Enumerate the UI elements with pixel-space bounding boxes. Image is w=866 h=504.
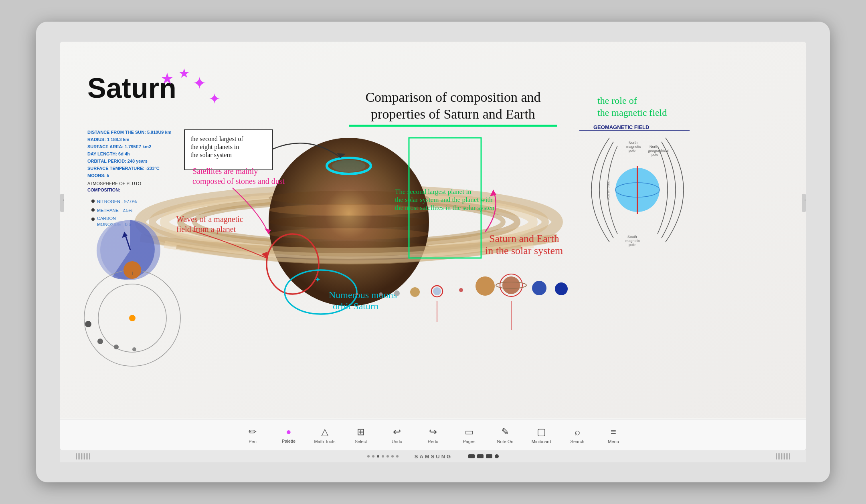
svg-text:Axis of rotation: Axis of rotation: [607, 179, 610, 200]
search-tool[interactable]: ⌕ Search: [559, 421, 595, 449]
svg-text:COMPOSITION:: COMPOSITION:: [87, 187, 120, 192]
bottom-ports: [468, 454, 499, 458]
svg-text:the magnetic field: the magnetic field: [597, 107, 667, 118]
svg-text:-: -: [508, 266, 510, 271]
svg-text:Numerous moons: Numerous moons: [329, 290, 397, 300]
svg-text:✦: ✦: [315, 276, 321, 284]
svg-marker-36: [337, 153, 346, 158]
svg-text:magnetic: magnetic: [625, 239, 640, 243]
svg-text:in the solar system: in the solar system: [485, 245, 563, 256]
svg-rect-114: [802, 194, 806, 212]
svg-text:GEOMAGNETIC FIELD: GEOMAGNETIC FIELD: [593, 124, 649, 130]
svg-text:the most satellites in the sol: the most satellites in the solar system: [395, 204, 496, 212]
bottom-bar: SAMSUNG: [60, 450, 806, 462]
svg-text:Comparison of composition and: Comparison of composition and: [365, 90, 540, 105]
svg-point-99: [356, 293, 358, 295]
redo-tool[interactable]: ↪ Redo: [415, 421, 451, 449]
right-speaker: [776, 453, 790, 460]
menu-label: Menu: [608, 439, 619, 444]
svg-text:the second largest of: the second largest of: [190, 135, 243, 143]
svg-text:★: ★: [160, 70, 174, 87]
svg-text:-: -: [460, 266, 461, 271]
palette-tool[interactable]: ● Palette: [271, 421, 307, 449]
search-label: Search: [571, 439, 585, 444]
svg-text:pole: pole: [652, 153, 658, 157]
canvas-area[interactable]: Saturn ★ ★ ✦ ✦ Comparison of composition…: [60, 42, 806, 419]
miniboard-tool[interactable]: ▢ Miniboard: [523, 421, 559, 449]
note-on-tool[interactable]: ✎ Note On: [487, 421, 523, 449]
nav-dots: [367, 455, 399, 458]
svg-text:SURFACE AREA: 1.795E7 km2: SURFACE AREA: 1.795E7 km2: [87, 144, 151, 149]
svg-text:ORBITAL PERIOD: 248 years: ORBITAL PERIOD: 248 years: [87, 159, 148, 163]
svg-point-46: [100, 220, 160, 280]
miniboard-label: Miniboard: [532, 439, 551, 444]
pages-label: Pages: [463, 439, 475, 444]
svg-point-4: [180, 200, 517, 244]
svg-text:SURFACE TEMPERATURE: -233°C: SURFACE TEMPERATURE: -233°C: [87, 166, 160, 171]
svg-point-52: [123, 261, 141, 279]
menu-tool[interactable]: ≡ Menu: [595, 421, 631, 449]
miniboard-icon: ▢: [537, 426, 546, 437]
svg-point-43: [91, 218, 95, 221]
undo-tool[interactable]: ↩ Undo: [379, 421, 415, 449]
redo-label: Redo: [428, 439, 438, 444]
svg-point-41: [91, 208, 95, 212]
select-label: Select: [355, 439, 367, 444]
svg-point-109: [496, 282, 526, 288]
drawing-layer: Saturn ★ ★ ✦ ✦ Comparison of composition…: [60, 42, 806, 418]
svg-text:-: -: [532, 266, 534, 271]
math-tools-icon: △: [321, 426, 328, 437]
svg-text:Waves of a magnetic: Waves of a magnetic: [176, 215, 243, 224]
svg-marker-60: [265, 228, 271, 234]
pages-tool[interactable]: ▭ Pages: [451, 421, 487, 449]
math-tools-tool[interactable]: △ Math Tools: [307, 421, 343, 449]
undo-icon: ↩: [393, 426, 401, 437]
svg-point-78: [615, 183, 660, 197]
svg-text:North: North: [650, 145, 658, 149]
svg-point-6: [269, 138, 429, 306]
svg-text:⋮: ⋮: [61, 198, 65, 203]
svg-text:orbit Saturn: orbit Saturn: [333, 301, 378, 311]
svg-text:Saturn: Saturn: [87, 73, 176, 104]
svg-point-10: [269, 228, 429, 240]
svg-point-65: [285, 270, 357, 314]
svg-point-77: [615, 168, 660, 212]
svg-text:field from a planet: field from a planet: [176, 225, 236, 234]
menu-icon: ≡: [611, 426, 616, 437]
select-tool[interactable]: ⊞ Select: [343, 421, 379, 449]
svg-text:The second largest planet in: The second largest planet in: [395, 188, 471, 196]
svg-text:Saturn and Earth: Saturn and Earth: [489, 233, 559, 244]
svg-text:South: South: [627, 235, 637, 239]
palette-label: Palette: [282, 439, 295, 444]
svg-point-106: [475, 276, 495, 296]
svg-text:geographical: geographical: [648, 149, 669, 153]
toolbar: ✏ Pen ● Palette △ Math Tools ⊞ Select ↩ …: [60, 419, 806, 450]
svg-text:✦: ✦: [208, 91, 221, 107]
svg-text:DAY LENGTH: 6d 4h: DAY LENGTH: 6d 4h: [87, 151, 130, 156]
svg-text:the role of: the role of: [597, 95, 637, 106]
svg-point-102: [410, 287, 420, 297]
svg-text:pole: pole: [629, 149, 635, 153]
svg-point-53: [85, 321, 91, 327]
pen-tool[interactable]: ✏ Pen: [235, 421, 271, 449]
left-speaker: [76, 453, 90, 460]
svg-point-5: [194, 202, 503, 242]
svg-point-11: [269, 241, 429, 251]
palette-icon: ●: [286, 427, 291, 437]
svg-point-49: [84, 270, 180, 366]
svg-text:✦: ✦: [192, 74, 206, 93]
pages-icon: ▭: [465, 426, 474, 437]
svg-rect-112: [60, 194, 64, 212]
svg-text:North: North: [629, 141, 637, 145]
svg-point-1: [140, 190, 557, 254]
svg-point-50: [98, 284, 166, 352]
svg-text:magnetic: magnetic: [626, 145, 641, 149]
svg-point-111: [555, 282, 568, 295]
svg-point-108: [500, 274, 522, 296]
svg-line-47: [124, 232, 130, 250]
svg-point-63: [267, 234, 319, 294]
svg-marker-64: [261, 252, 268, 258]
svg-point-9: [269, 216, 429, 228]
svg-text:the solar system and the plane: the solar system and the planet with: [395, 196, 493, 204]
svg-point-12: [327, 158, 371, 174]
